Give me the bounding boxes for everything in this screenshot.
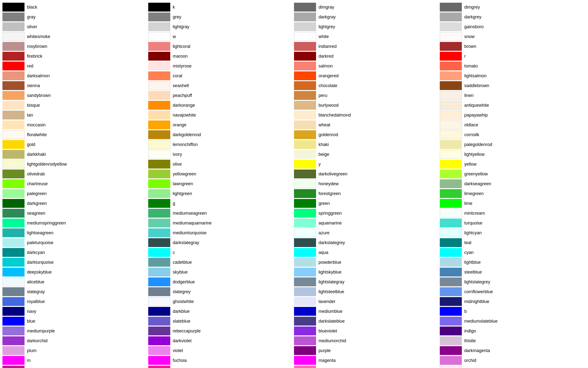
- color-swatch: [2, 160, 24, 169]
- color-row: grey: [148, 12, 294, 22]
- color-swatch: [2, 317, 24, 326]
- color-name: lightsteelblue: [318, 289, 344, 294]
- color-row: mediumspringgreen: [2, 218, 148, 228]
- color-name: aqua: [318, 250, 328, 255]
- color-name: w: [173, 34, 176, 39]
- color-row: mediumblue: [294, 307, 440, 316]
- color-swatch: [2, 346, 24, 355]
- color-row: darkorchid: [2, 336, 148, 345]
- color-row: rebeccapurple: [148, 326, 294, 336]
- color-swatch: [148, 287, 170, 296]
- color-swatch: [294, 3, 316, 12]
- color-swatch: [148, 71, 170, 80]
- color-name: lightslategray: [318, 279, 344, 285]
- color-name: blueviolet: [318, 329, 337, 334]
- color-row: steelblue: [440, 267, 586, 277]
- color-row: mediumorchid: [294, 336, 440, 345]
- color-name: darksalmon: [27, 73, 50, 79]
- color-swatch: [294, 346, 316, 355]
- color-row: sienna: [2, 81, 148, 90]
- color-swatch: [440, 336, 462, 345]
- color-swatch: [2, 120, 24, 129]
- color-swatch: [2, 52, 24, 61]
- color-row: ghostwhite: [148, 297, 294, 306]
- color-row: violet: [148, 346, 294, 355]
- color-row: darksalmon: [2, 71, 148, 80]
- color-swatch: [440, 3, 462, 12]
- color-name: lightskyblue: [318, 270, 342, 275]
- color-name: violet: [173, 348, 183, 353]
- color-name: darkcyan: [27, 250, 45, 255]
- color-row: olivedrab: [2, 169, 148, 179]
- color-row: lightcoral: [148, 42, 294, 51]
- color-row: wheat: [294, 120, 440, 130]
- color-name: wheat: [318, 122, 330, 128]
- color-row: royalblue: [2, 297, 148, 306]
- color-swatch: [148, 120, 170, 129]
- color-swatch: [148, 268, 170, 276]
- color-row: black: [2, 2, 148, 12]
- color-name: silver: [27, 24, 37, 29]
- color-name: orange: [173, 122, 186, 128]
- color-swatch: [440, 317, 462, 326]
- column-2: kgreylightgraywlightcoralmaroonmistyrose…: [148, 2, 294, 368]
- color-name: mediumslateblue: [464, 319, 498, 324]
- color-row: darkslategrey: [294, 238, 440, 247]
- color-row: lightyellow: [440, 150, 586, 159]
- color-name: olivedrab: [27, 171, 45, 177]
- color-name: mediumspringgreen: [27, 221, 66, 226]
- color-row: darkslategray: [148, 238, 294, 247]
- color-row: indigo: [440, 326, 586, 336]
- color-name: dodgerblue: [173, 279, 195, 285]
- color-row: darkred: [294, 52, 440, 61]
- color-swatch: [440, 238, 462, 247]
- color-swatch: [440, 111, 462, 119]
- color-name: slategray: [27, 289, 45, 294]
- color-swatch: [148, 22, 170, 31]
- color-swatch: [148, 277, 170, 286]
- color-row: orangered: [294, 71, 440, 80]
- color-name: orchid: [464, 358, 476, 363]
- color-row: darkturquoise: [2, 258, 148, 267]
- color-name: darkslategrey: [318, 240, 345, 245]
- color-swatch: [440, 268, 462, 276]
- color-swatch: [440, 297, 462, 306]
- color-name: linen: [464, 93, 474, 98]
- color-name: white: [318, 34, 329, 39]
- color-name: snow: [464, 34, 475, 39]
- color-swatch: [148, 356, 170, 365]
- color-row: salmon: [294, 61, 440, 71]
- color-name: thistle: [464, 338, 476, 343]
- color-name: whitesmoke: [27, 34, 50, 39]
- color-name: lightsalmon: [464, 73, 487, 79]
- color-swatch: [440, 258, 462, 267]
- color-row: mediumvioletred: [2, 366, 148, 368]
- color-name: burlywood: [318, 103, 339, 108]
- color-row: slateblue: [148, 316, 294, 326]
- color-name: slateblue: [173, 319, 190, 324]
- color-swatch: [2, 307, 24, 316]
- color-row: chartreuse: [2, 179, 148, 188]
- color-row: darkcyan: [2, 248, 148, 257]
- color-row: gainsboro: [440, 22, 586, 31]
- color-name: red: [27, 64, 33, 69]
- color-name: fuchsia: [173, 358, 187, 363]
- color-swatch: [294, 52, 316, 61]
- color-swatch: [440, 42, 462, 51]
- color-name: ivory: [173, 152, 182, 157]
- color-name: salmon: [318, 64, 333, 69]
- color-row: fuchsia: [148, 356, 294, 365]
- color-name: cadetblue: [173, 260, 192, 265]
- color-name: darkmagenta: [464, 348, 490, 353]
- color-swatch: [294, 336, 316, 345]
- color-swatch: [2, 258, 24, 267]
- color-swatch: [2, 22, 24, 31]
- color-row: darkviolet: [148, 336, 294, 345]
- color-row: lightslategray: [294, 277, 440, 287]
- color-row: mediumseagreen: [148, 209, 294, 218]
- color-swatch: [2, 42, 24, 51]
- color-row: navajowhite: [148, 110, 294, 120]
- color-swatch: [2, 327, 24, 335]
- color-row: lemonchiffon: [148, 140, 294, 149]
- color-name: b: [464, 309, 467, 314]
